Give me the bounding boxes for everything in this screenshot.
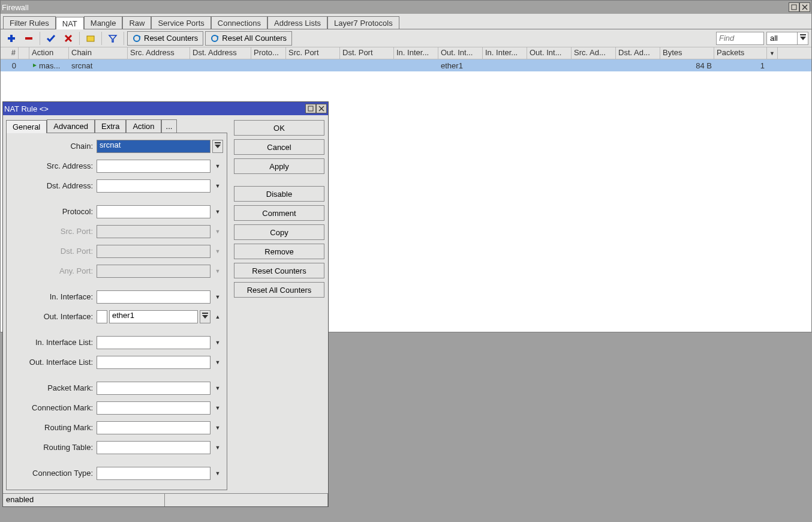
tab-mangle[interactable]: Mangle bbox=[84, 16, 123, 29]
close-icon[interactable] bbox=[799, 2, 810, 12]
ok-button[interactable]: OK bbox=[234, 120, 324, 136]
route-table-expand-icon[interactable] bbox=[212, 441, 223, 454]
svg-rect-15 bbox=[308, 106, 313, 111]
tab-filter-rules[interactable]: Filter Rules bbox=[3, 16, 56, 29]
reset-all-counters-button[interactable]: Reset All Counters bbox=[205, 31, 292, 46]
comment-button[interactable]: Comment bbox=[234, 205, 324, 221]
conn-mark-expand-icon[interactable] bbox=[212, 401, 223, 415]
in-if-expand-icon[interactable] bbox=[212, 290, 223, 304]
tab-more[interactable]: ... bbox=[161, 119, 178, 133]
col-out-if-list[interactable]: Out. Int... bbox=[527, 47, 572, 59]
col-flag[interactable] bbox=[19, 47, 29, 59]
comment-button[interactable] bbox=[83, 31, 98, 46]
col-action[interactable]: Action bbox=[29, 47, 69, 59]
pkt-mark-expand-icon[interactable] bbox=[212, 382, 223, 395]
in-if-input[interactable] bbox=[97, 290, 210, 304]
out-if-dropdown-icon[interactable] bbox=[200, 310, 210, 323]
remove-button[interactable]: Remove bbox=[234, 244, 324, 259]
cancel-button[interactable]: Cancel bbox=[234, 139, 324, 155]
col-in-if-list[interactable]: In. Inter... bbox=[483, 47, 527, 59]
tab-raw[interactable]: Raw bbox=[122, 16, 151, 29]
disable-button[interactable]: Disable bbox=[234, 186, 324, 202]
dst-addr-expand-icon[interactable] bbox=[212, 179, 223, 193]
reset-counters-button[interactable]: Reset Counters bbox=[234, 263, 324, 278]
in-if-list-expand-icon[interactable] bbox=[212, 336, 223, 349]
conn-type-input[interactable] bbox=[97, 467, 210, 480]
dialog-titlebar[interactable]: NAT Rule <> bbox=[3, 102, 328, 115]
col-in-if[interactable]: In. Inter... bbox=[394, 47, 438, 59]
route-mark-expand-icon[interactable] bbox=[212, 421, 223, 434]
col-src-ad[interactable]: Src. Ad... bbox=[572, 47, 616, 59]
dst-port-expand-icon bbox=[212, 245, 223, 258]
minimize-icon[interactable] bbox=[789, 2, 799, 12]
conn-type-expand-icon[interactable] bbox=[212, 467, 223, 480]
out-if-list-expand-icon[interactable] bbox=[212, 356, 223, 369]
col-out-if[interactable]: Out. Int... bbox=[438, 47, 483, 59]
cell-iniflist bbox=[483, 65, 527, 66]
out-if-list-input[interactable] bbox=[97, 356, 210, 369]
chain-input[interactable]: srcnat bbox=[97, 140, 210, 153]
src-addr-expand-icon[interactable] bbox=[212, 160, 223, 173]
tab-extra[interactable]: Extra bbox=[95, 119, 126, 133]
filter-select[interactable]: all bbox=[766, 32, 808, 45]
out-if-input[interactable]: ether1 bbox=[109, 310, 198, 323]
tab-advanced[interactable]: Advanced bbox=[47, 119, 95, 133]
conn-mark-input[interactable] bbox=[97, 401, 210, 415]
label-dst-addr: Dst. Address: bbox=[7, 181, 97, 190]
route-table-input[interactable] bbox=[97, 441, 210, 454]
label-chain: Chain: bbox=[7, 142, 97, 151]
out-if-collapse-icon[interactable] bbox=[212, 310, 223, 323]
col-bytes[interactable]: Bytes bbox=[660, 47, 714, 59]
col-src-port[interactable]: Src. Port bbox=[286, 47, 340, 59]
protocol-input[interactable] bbox=[97, 205, 210, 218]
col-num[interactable]: # bbox=[1, 47, 19, 59]
col-dst-addr[interactable]: Dst. Address bbox=[190, 47, 251, 59]
any-port-input bbox=[97, 265, 210, 278]
tab-layer7[interactable]: Layer7 Protocols bbox=[327, 16, 399, 29]
tab-action[interactable]: Action bbox=[126, 119, 161, 133]
col-dst-port[interactable]: Dst. Port bbox=[340, 47, 394, 59]
chain-dropdown-icon[interactable] bbox=[212, 140, 223, 153]
tab-connections[interactable]: Connections bbox=[211, 16, 267, 29]
find-input[interactable] bbox=[716, 32, 764, 45]
reset-counters-button[interactable]: Reset Counters bbox=[127, 31, 203, 46]
cell-action: mas... bbox=[29, 61, 69, 71]
copy-button[interactable]: Copy bbox=[234, 224, 324, 240]
cell-chain: srcnat bbox=[69, 61, 128, 71]
table-row[interactable]: 0 mas... srcnat ether1 84 B 1 bbox=[1, 59, 811, 71]
out-if-invert-box[interactable] bbox=[97, 310, 107, 323]
svg-rect-0 bbox=[792, 5, 796, 10]
cell-srcaddr bbox=[128, 65, 190, 66]
tab-nat[interactable]: NAT bbox=[56, 17, 84, 29]
reset-counters-label: Reset Counters bbox=[144, 34, 198, 43]
disable-button[interactable] bbox=[61, 31, 76, 46]
cell-dstad bbox=[616, 65, 660, 66]
col-proto[interactable]: Proto... bbox=[251, 47, 286, 59]
dialog-close-icon[interactable] bbox=[316, 104, 327, 113]
col-packets[interactable]: Packets bbox=[714, 47, 767, 59]
col-dst-ad[interactable]: Dst. Ad... bbox=[616, 47, 660, 59]
svg-rect-4 bbox=[8, 37, 15, 40]
remove-button[interactable] bbox=[21, 31, 37, 46]
in-if-list-input[interactable] bbox=[97, 336, 210, 349]
src-addr-input[interactable] bbox=[97, 160, 210, 173]
cell-packets: 1 bbox=[714, 61, 767, 71]
reset-all-counters-button[interactable]: Reset All Counters bbox=[234, 282, 324, 298]
tab-address-lists[interactable]: Address Lists bbox=[267, 16, 327, 29]
add-button[interactable] bbox=[4, 31, 19, 46]
dst-addr-input[interactable] bbox=[97, 179, 210, 193]
pkt-mark-input[interactable] bbox=[97, 382, 210, 395]
col-src-addr[interactable]: Src. Address bbox=[128, 47, 190, 59]
titlebar[interactable]: Firewall bbox=[1, 1, 811, 14]
apply-button[interactable]: Apply bbox=[234, 158, 324, 174]
tab-service-ports[interactable]: Service Ports bbox=[151, 16, 210, 29]
columns-menu-icon[interactable] bbox=[767, 47, 778, 59]
route-mark-input[interactable] bbox=[97, 421, 210, 434]
tab-general[interactable]: General bbox=[6, 120, 47, 133]
dialog-minimize-icon[interactable] bbox=[305, 104, 316, 113]
svg-point-12 bbox=[212, 35, 218, 41]
enable-button[interactable] bbox=[43, 31, 59, 46]
col-chain[interactable]: Chain bbox=[69, 47, 128, 59]
protocol-expand-icon[interactable] bbox=[212, 205, 223, 218]
filter-button[interactable] bbox=[105, 31, 121, 46]
